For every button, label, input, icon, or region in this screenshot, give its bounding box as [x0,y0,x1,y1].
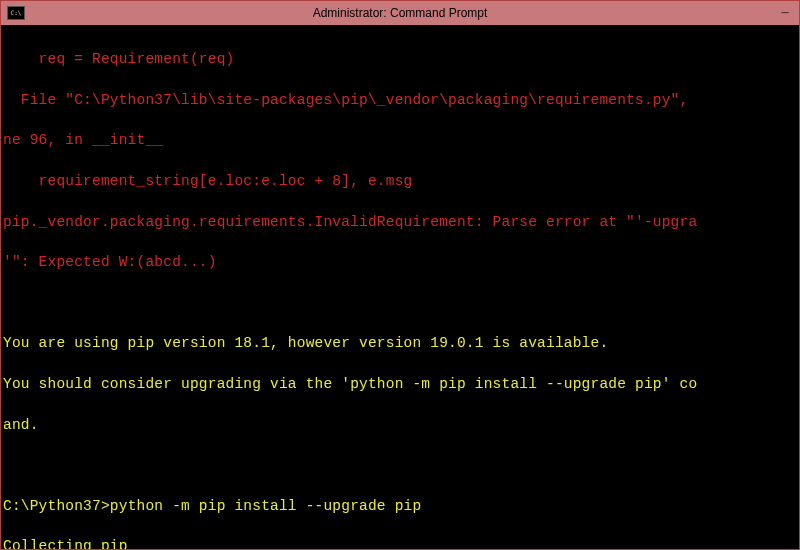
output-line: Collecting pip [3,536,797,549]
error-line: '": Expected W:(abcd...) [3,252,797,272]
blank-line [3,455,797,475]
error-line: ne 96, in __init__ [3,130,797,150]
error-line: pip._vendor.packaging.requirements.Inval… [3,212,797,232]
prompt-cmd: python -m pip install --upgrade pip [110,498,422,514]
cmd-icon[interactable] [7,6,25,20]
warning-line: You are using pip version 18.1, however … [3,333,797,353]
command-prompt-window: Administrator: Command Prompt ─ req = Re… [0,0,800,550]
window-title: Administrator: Command Prompt [1,5,799,22]
titlebar[interactable]: Administrator: Command Prompt ─ [1,1,799,25]
prompt-path: C:\Python37> [3,498,110,514]
window-controls: ─ [771,1,799,25]
prompt-line: C:\Python37>python -m pip install --upgr… [3,496,797,516]
error-line: File "C:\Python37\lib\site-packages\pip\… [3,90,797,110]
warning-line: You should consider upgrading via the 'p… [3,374,797,394]
minimize-button[interactable]: ─ [771,1,799,25]
terminal-output[interactable]: req = Requirement(req) File "C:\Python37… [1,25,799,549]
warning-line: and. [3,415,797,435]
error-line: req = Requirement(req) [3,49,797,69]
blank-line [3,293,797,313]
error-line: requirement_string[e.loc:e.loc + 8], e.m… [3,171,797,191]
